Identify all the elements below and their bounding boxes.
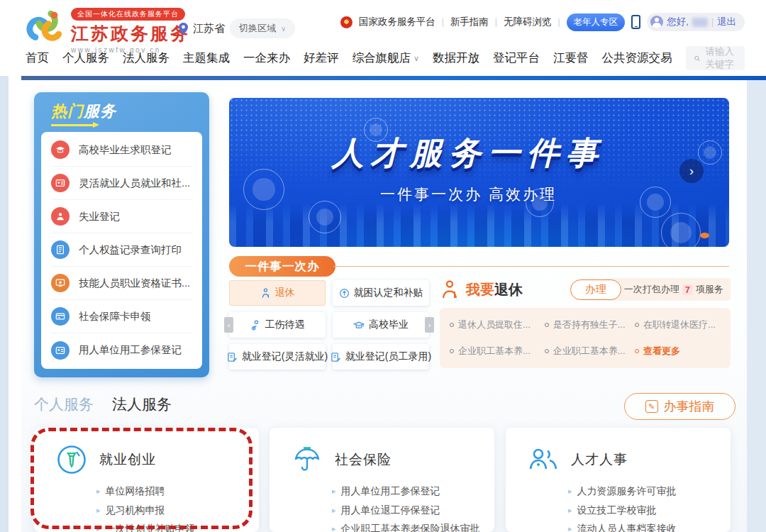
package-text-after: 项服务 <box>696 283 723 296</box>
tab-difficulty-subsidy[interactable]: 就困认定和补贴 <box>333 280 429 306</box>
tab-retire[interactable]: 退休 <box>229 280 326 306</box>
national-platform-link[interactable]: 国家政务服务平台 <box>359 16 435 28</box>
link-pension-retirement-approval[interactable]: ▸企业职工基本养老保险退休审批 <box>332 519 494 532</box>
chevron-right-icon: › <box>428 321 431 329</box>
search-icon <box>694 53 700 64</box>
tab-legal-services[interactable]: 法人服务 <box>112 394 172 414</box>
retire-link-medical-transfer[interactable]: 在职转退休医疗... <box>635 318 721 331</box>
user-account-pill[interactable]: 您好, | 退出 <box>647 13 745 31</box>
nav-label: 个人服务 <box>62 50 109 66</box>
hot-item-rights-record-print[interactable]: 个人权益记录查询打印 <box>51 233 192 267</box>
hot-item-flexible-employment[interactable]: 灵活就业人员就业和社... <box>51 167 192 200</box>
star-glyph: ★ <box>344 19 349 25</box>
switch-region-button[interactable]: 切换区域 ∨ <box>230 18 295 38</box>
retire-link-label: 退休人员提取住... <box>458 318 531 331</box>
link-employer-insurance-stop[interactable]: ▸用人单位退工停保登记 <box>332 501 494 520</box>
hot-item-label: 用人单位用工参保登记 <box>79 343 182 357</box>
tabs-scroll-right-button[interactable]: › <box>425 317 434 333</box>
nav-item-personal[interactable]: 个人服务 <box>62 50 109 66</box>
accessibility-link[interactable]: 无障碍浏览 <box>504 16 552 28</box>
page-margin-right <box>747 80 766 532</box>
retire-link-pension-1[interactable]: 企业职工基本养... <box>450 345 545 358</box>
link-internship-agency[interactable]: ▸见习机构申报 <box>96 501 259 520</box>
nav-item-rating[interactable]: 好差评 <box>304 50 339 66</box>
username-redacted <box>692 18 708 27</box>
tab-employment-register-hiring[interactable]: 就业登记(员工录用) <box>333 344 429 370</box>
tab-graduation[interactable]: 高校毕业 <box>333 312 429 338</box>
tab-employment-register-flexible[interactable]: 就业登记(灵活就业) <box>229 344 326 370</box>
chevron-right-icon: › <box>689 164 694 179</box>
hot-services-list: 高校毕业生求职登记 灵活就业人员就业和社... 失业登记 个人权益记录查询打印 … <box>41 132 202 369</box>
nav-item-public-resources[interactable]: 公共资源交易 <box>602 50 672 66</box>
nav-item-themes[interactable]: 主题集成 <box>183 50 230 66</box>
arrow-bullet-icon: ▸ <box>568 519 572 532</box>
id-card-icon <box>51 174 70 192</box>
carousel-indicator-dot[interactable] <box>700 233 709 238</box>
nav-item-registry[interactable]: 登记平台 <box>493 50 540 66</box>
retire-link-pension-2[interactable]: 企业职工基本养... <box>545 345 635 358</box>
circle-bullet-icon <box>545 323 549 327</box>
nav-item-flagship[interactable]: 综合旗舰店∨ <box>353 50 420 66</box>
retire-link-only-child[interactable]: 是否持有独生子... <box>545 318 635 331</box>
hot-item-employer-insurance-register[interactable]: 用人单位用工参保登记 <box>51 333 192 367</box>
hot-title-accent: 热门 <box>51 102 84 120</box>
banner-title: 人才服务一件事 <box>229 132 708 174</box>
arrow-bullet-icon: ▸ <box>96 482 101 501</box>
link-unit-online-recruitment[interactable]: ▸单位网络招聘 <box>96 482 259 501</box>
nav-item-legal[interactable]: 法人服务 <box>123 50 170 66</box>
person-cane-icon <box>260 288 271 299</box>
card-header: 就业创业 <box>34 428 259 475</box>
nav-item-data-open[interactable]: 数据开放 <box>433 50 479 66</box>
link-technical-school-approval[interactable]: ▸设立技工学校审批 <box>568 501 731 520</box>
main-nav: 首页 个人服务 法人服务 主题集成 一企来办 好差评 综合旗舰店∨ 数据开放 登… <box>26 45 745 71</box>
hot-item-social-security-card[interactable]: 社会保障卡申领 <box>51 300 192 333</box>
nav-label: 一企来办 <box>243 50 290 66</box>
site-logo-icon[interactable] <box>24 6 65 44</box>
newbie-guide-link[interactable]: 新手指南 <box>450 16 489 28</box>
banner-decor-circle <box>661 213 701 247</box>
nav-label: 综合旗舰店 <box>353 50 411 66</box>
people-icon <box>528 445 558 475</box>
retire-link-housing-fund[interactable]: 退休人员提取住... <box>450 318 545 331</box>
carousel-banner[interactable]: 人才服务一件事 一件事一次办 高效办理 › <box>229 98 729 247</box>
link-startup-subsidy[interactable]: ▸一次性创业补贴申领 <box>96 519 259 532</box>
card-link-label: 一次性创业补贴申领 <box>106 519 195 532</box>
link-hr-service-license[interactable]: ▸人力资源服务许可审批 <box>568 482 731 501</box>
nav-item-home[interactable]: 首页 <box>26 50 49 66</box>
handle-button[interactable]: 办理 <box>570 279 621 300</box>
card-link-label: 单位网络招聘 <box>106 482 165 501</box>
hot-item-graduate-job[interactable]: 高校毕业生求职登记 <box>51 133 192 167</box>
logout-link[interactable]: 退出 <box>717 16 736 28</box>
tab-label: 就困认定和补贴 <box>354 287 423 299</box>
link-personnel-file-receive[interactable]: ▸流动人员人事档案接收 <box>568 519 731 532</box>
tab-personal-services[interactable]: 个人服务 <box>34 394 94 414</box>
search-input[interactable]: 请输入关键字 <box>686 46 745 70</box>
service-guide-button[interactable]: ✎ 办事指南 <box>624 393 736 420</box>
nav-item-enterprise[interactable]: 一企来办 <box>243 50 290 66</box>
services-section-tabs: 个人服务 法人服务 <box>34 394 172 414</box>
nav-label: 数据开放 <box>433 50 479 66</box>
hot-item-label: 社会保障卡申领 <box>79 310 151 323</box>
hot-item-label: 高校毕业生求职登记 <box>79 143 172 157</box>
banner-subtitle: 一件事一次办 高效办理 <box>229 184 708 204</box>
view-more-link[interactable]: 查看更多 <box>635 345 721 358</box>
register-icon <box>51 207 70 226</box>
topbar-links: ★ 国家政务服务平台 | 新手指南 | 无障碍浏览 | 老年人专区 您好, | … <box>340 13 745 31</box>
nav-item-supervision[interactable]: 江要督 <box>553 50 589 66</box>
tab-work-injury[interactable]: 工伤待遇 <box>229 312 326 338</box>
card-title: 社会保险 <box>335 450 392 469</box>
mobile-phone-icon[interactable] <box>631 15 640 29</box>
nav-label: 好差评 <box>304 50 339 66</box>
circle-bullet-icon <box>450 349 454 353</box>
elderly-zone-button[interactable]: 老年人专区 <box>567 13 626 31</box>
package-summary: 一次打包办理 7 项服务 <box>606 278 731 301</box>
tabs-scroll-left-button[interactable]: ‹ <box>224 317 233 333</box>
page-header: 全国一体化在线政务服务平台 江苏政务服务 www.jszwfw.gov.cn 江… <box>0 0 766 76</box>
hot-item-skill-certificate[interactable]: 技能人员职业资格证书... <box>51 267 192 300</box>
link-employer-insurance-register[interactable]: ▸用人单位用工参保登记 <box>332 482 494 501</box>
carousel-next-button[interactable]: › <box>679 159 704 183</box>
hot-item-unemployment-register[interactable]: 失业登记 <box>51 200 192 233</box>
hot-item-label: 灵活就业人员就业和社... <box>79 177 190 190</box>
retire-link-label: 是否持有独生子... <box>553 318 626 331</box>
separator: | <box>557 17 560 27</box>
